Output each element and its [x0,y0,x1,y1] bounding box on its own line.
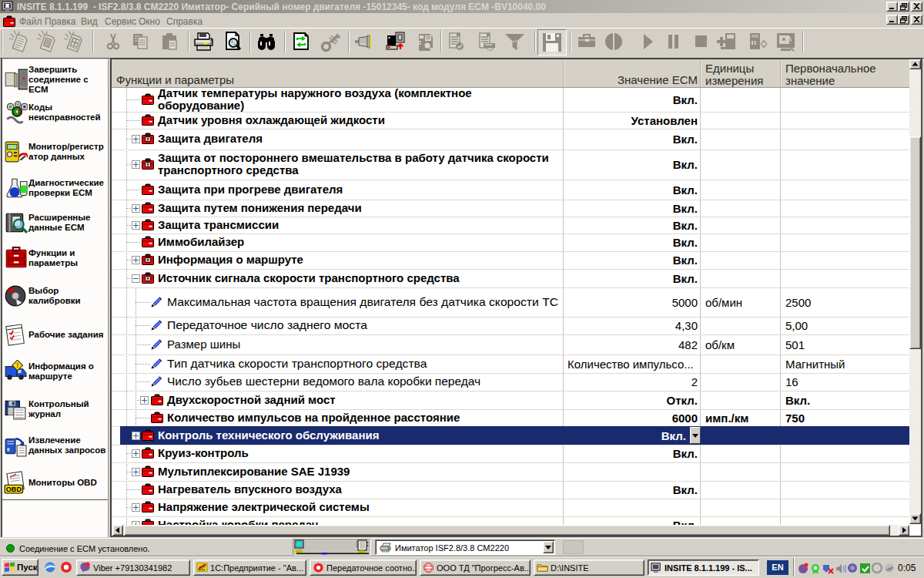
svg-text:1C: 1C [199,566,206,571]
